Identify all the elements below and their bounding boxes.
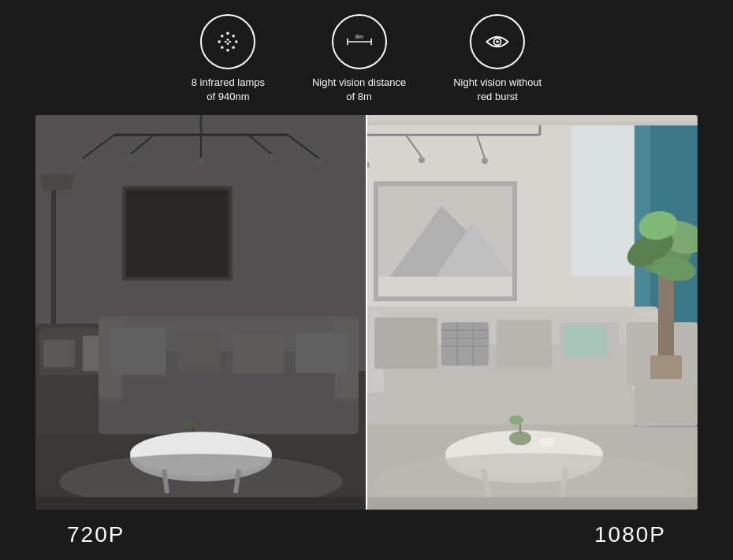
svg-point-17	[496, 40, 499, 43]
svg-rect-90	[497, 321, 552, 368]
svg-point-4	[227, 49, 230, 52]
svg-point-29	[127, 154, 133, 161]
svg-point-5	[221, 46, 224, 49]
resolution-labels: 720P 1080P	[35, 510, 698, 560]
svg-point-68	[482, 158, 488, 165]
svg-rect-48	[296, 334, 347, 373]
svg-rect-84	[441, 323, 489, 366]
eye-icon-circle	[470, 14, 525, 69]
svg-rect-46	[177, 332, 221, 372]
svg-rect-83	[374, 318, 437, 369]
svg-point-6	[218, 40, 221, 43]
svg-point-30	[198, 158, 204, 165]
svg-point-11	[225, 41, 227, 43]
svg-rect-71	[571, 120, 634, 277]
svg-rect-73	[366, 122, 698, 126]
svg-rect-97	[650, 356, 682, 380]
feature-infrared: 8 infrared lamps of 940nm	[192, 14, 265, 104]
svg-point-0	[227, 32, 230, 35]
svg-point-109	[509, 416, 523, 425]
feature-distance: 8m Night vision distance of 8m	[312, 14, 406, 104]
left-panel-720p	[35, 115, 366, 510]
features-bar: 8 infrared lamps of 940nm 8m Night visio…	[0, 0, 733, 115]
right-resolution-label: 1080P	[594, 522, 666, 547]
left-room-svg	[35, 115, 366, 510]
svg-point-67	[419, 158, 425, 164]
svg-rect-39	[43, 340, 75, 368]
right-room-scene	[366, 115, 698, 510]
svg-rect-92	[564, 326, 607, 358]
comparison-divider	[366, 115, 367, 510]
comparison-container	[35, 115, 698, 510]
svg-point-3	[233, 46, 236, 49]
svg-rect-34	[126, 191, 229, 277]
svg-point-10	[227, 43, 229, 45]
feature-no-burst: Night vision without red burst	[453, 14, 541, 104]
right-panel-1080p	[366, 115, 698, 510]
right-room-svg	[366, 115, 698, 510]
svg-point-8	[227, 39, 229, 41]
svg-rect-47	[233, 331, 284, 374]
svg-rect-96	[658, 269, 674, 364]
infrared-dots-icon	[214, 28, 242, 56]
svg-rect-45	[110, 328, 166, 376]
svg-text:8m: 8m	[355, 33, 363, 40]
no-burst-label: Night vision without red burst	[453, 76, 541, 104]
left-room-scene	[35, 115, 366, 510]
svg-marker-36	[39, 175, 75, 191]
svg-rect-78	[378, 277, 512, 297]
svg-rect-113	[366, 498, 698, 510]
eye-icon	[483, 28, 512, 56]
svg-point-9	[229, 41, 232, 43]
left-resolution-label: 720P	[67, 522, 125, 547]
distance-label: Night vision distance of 8m	[312, 76, 406, 104]
svg-point-7	[221, 35, 224, 38]
infrared-label: 8 infrared lamps of 940nm	[192, 76, 265, 104]
distance-icon-circle: 8m	[332, 14, 387, 69]
svg-point-1	[233, 35, 236, 38]
svg-point-2	[235, 40, 238, 43]
svg-rect-35	[51, 175, 56, 332]
svg-rect-111	[541, 439, 554, 447]
svg-point-51	[183, 421, 195, 429]
svg-point-31	[269, 154, 275, 161]
ruler-icon: 8m	[345, 28, 374, 56]
svg-point-28	[80, 160, 86, 166]
infrared-icon-circle	[200, 14, 255, 69]
svg-rect-57	[35, 498, 366, 510]
svg-point-32	[316, 160, 322, 166]
